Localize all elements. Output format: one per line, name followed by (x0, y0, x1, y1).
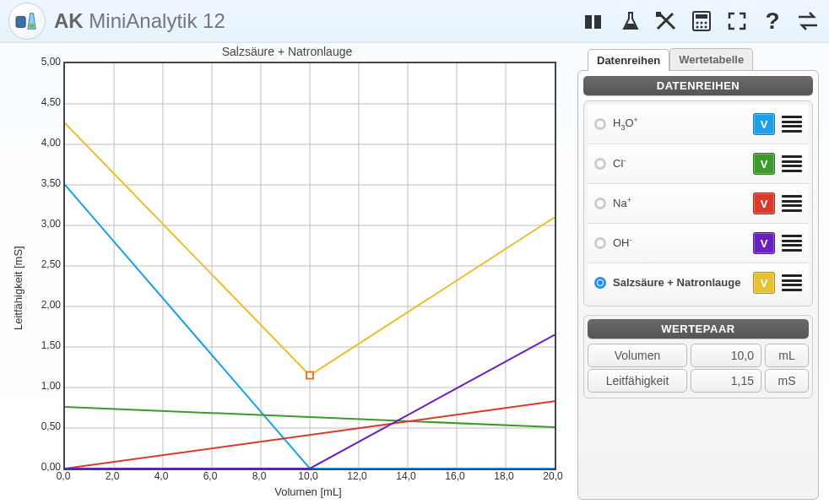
svg-rect-2 (585, 15, 592, 29)
x-tick: 8,0 (252, 470, 267, 482)
series-name: Na+ (613, 197, 746, 210)
svg-point-9 (705, 22, 707, 24)
chart-svg (65, 63, 555, 469)
x-tick: 16,0 (445, 470, 464, 482)
help-icon[interactable]: ? (760, 8, 785, 34)
svg-rect-6 (696, 14, 707, 19)
app-logo (8, 3, 46, 40)
series-menu-icon[interactable] (782, 273, 802, 293)
tab-datenreihen[interactable]: Datenreihen (588, 49, 669, 71)
series-visibility-button[interactable]: V (753, 272, 775, 294)
pair-cond-unit: mS (765, 369, 809, 393)
series-name: H3O+ (613, 117, 746, 133)
y-tick: 3,50 (34, 177, 61, 189)
series-visibility-button[interactable]: V (753, 192, 775, 214)
y-tick: 4,00 (34, 137, 61, 149)
series-row[interactable]: Cl-V (588, 144, 809, 184)
svg-rect-3 (594, 15, 601, 29)
x-tick: 20,0 (543, 470, 562, 482)
series-row[interactable]: OH-V (588, 224, 809, 263)
value-pair-box: WERTEPAAR Volumen 10,0 mL Leitfähigkeit … (583, 315, 813, 398)
beakers-icon[interactable] (582, 8, 608, 34)
app-header: AK MiniAnalytik 12 ? (0, 0, 829, 43)
series-menu-icon[interactable] (782, 193, 802, 214)
pair-volume-value: 10,0 (691, 344, 761, 367)
pair-cond-label: Leitfähigkeit (588, 369, 687, 393)
series-name: Salzsäure + Natronlauge (613, 277, 746, 289)
svg-point-11 (701, 26, 703, 29)
series-radio[interactable] (594, 158, 606, 170)
y-tick: 5,00 (34, 56, 61, 68)
pair-volume-unit: mL (765, 344, 809, 367)
series-radio[interactable] (594, 277, 606, 289)
series-row[interactable]: Salzsäure + NatronlaugeV (588, 263, 809, 302)
svg-rect-0 (16, 16, 25, 27)
x-tick: 18,0 (494, 470, 513, 482)
series-section-head: DATENREIHEN (583, 76, 813, 95)
y-tick: 2,00 (34, 299, 61, 311)
toolbar: ? (582, 8, 821, 34)
x-tick: 14,0 (396, 470, 415, 482)
series-name: Cl- (613, 157, 746, 171)
pair-volume-label: Volumen (588, 344, 687, 367)
plot-box[interactable] (63, 62, 556, 470)
y-tick: 1,50 (34, 339, 61, 351)
x-tick: 10,0 (298, 470, 317, 482)
series-menu-icon[interactable] (782, 154, 802, 174)
svg-rect-31 (306, 372, 313, 379)
series-radio[interactable] (594, 237, 606, 249)
y-tick: 4,50 (34, 96, 61, 108)
series-row[interactable]: H3O+V (588, 105, 809, 144)
series-radio[interactable] (594, 118, 606, 130)
series-visibility-button[interactable]: V (753, 153, 775, 175)
series-radio[interactable] (594, 198, 606, 209)
series-menu-icon[interactable] (782, 233, 802, 253)
series-name: OH- (613, 236, 746, 250)
svg-point-1 (30, 24, 35, 29)
svg-point-12 (705, 26, 707, 29)
tools-icon[interactable] (653, 8, 679, 34)
series-row[interactable]: Na+V (588, 184, 809, 224)
flask-icon[interactable] (618, 8, 643, 34)
x-tick: 2,0 (106, 470, 120, 482)
svg-point-8 (701, 22, 703, 24)
chart-area: Salzsäure + Natronlauge Leitfähigkeit [m… (0, 43, 574, 504)
x-tick: 6,0 (203, 470, 218, 482)
y-tick: 0,50 (34, 420, 61, 432)
series-menu-icon[interactable] (782, 114, 802, 134)
x-axis-label: Volumen [mL] (63, 485, 553, 498)
x-tick: 0,0 (57, 470, 71, 482)
y-tick: 1,00 (34, 380, 61, 392)
series-visibility-button[interactable]: V (753, 113, 775, 135)
svg-point-7 (696, 22, 699, 24)
svg-point-10 (696, 26, 699, 29)
y-axis-label: Leitfähigkeit [mS] (12, 246, 24, 330)
app-title: AK MiniAnalytik 12 (54, 9, 225, 33)
side-panel: DATENREIHEN H3O+VCl-VNa+VOH-VSalzsäure +… (577, 70, 819, 500)
series-list: H3O+VCl-VNa+VOH-VSalzsäure + Natronlauge… (583, 100, 813, 306)
x-tick: 4,0 (154, 470, 169, 482)
svg-rect-4 (656, 12, 661, 17)
pair-section-head: WERTEPAAR (588, 319, 809, 339)
x-tick: 12,0 (347, 470, 366, 482)
calculator-icon[interactable] (689, 8, 714, 34)
swap-icon[interactable] (795, 8, 821, 34)
chart-title: Salzsäure + Natronlauge (0, 45, 574, 58)
tab-wertetabelle[interactable]: Wertetabelle (669, 48, 753, 70)
pair-cond-value: 1,15 (691, 369, 761, 393)
series-visibility-button[interactable]: V (753, 232, 775, 254)
y-tick: 3,00 (34, 218, 61, 230)
fullscreen-icon[interactable] (724, 8, 750, 34)
y-tick: 2,50 (34, 258, 61, 270)
tab-bar: Datenreihen Wertetabelle (588, 48, 819, 70)
